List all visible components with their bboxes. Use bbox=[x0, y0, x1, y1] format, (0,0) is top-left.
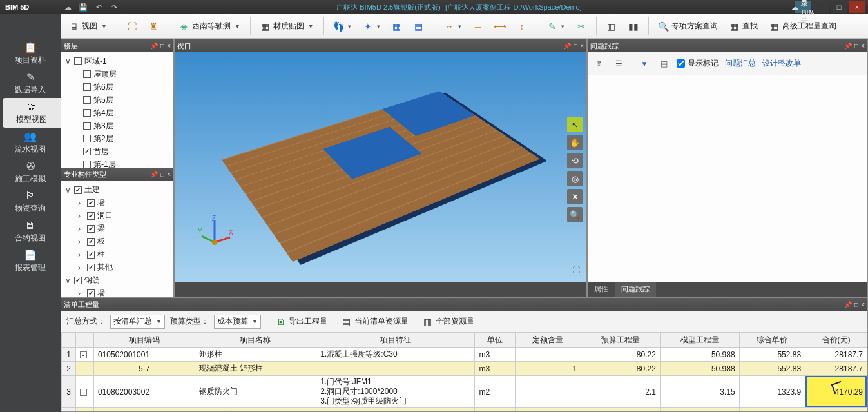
save-icon[interactable]: 💾 bbox=[77, 1, 89, 13]
floor-item[interactable]: 第5层 bbox=[83, 93, 169, 106]
floor-checkbox[interactable] bbox=[83, 83, 91, 91]
tree-expand-icon[interactable]: › bbox=[78, 250, 84, 259]
maximize-icon[interactable]: □ bbox=[160, 171, 164, 178]
component-item[interactable]: ›墙 bbox=[78, 287, 169, 297]
tree-expand-icon[interactable]: › bbox=[78, 263, 84, 272]
issue-tab[interactable]: 问题跟踪 bbox=[615, 282, 656, 297]
measure-3[interactable]: ⟷ bbox=[490, 19, 510, 34]
col-header[interactable]: 项目特征 bbox=[316, 333, 475, 348]
component-item[interactable]: ›梁 bbox=[78, 222, 169, 235]
minimize-button[interactable]: — bbox=[813, 1, 829, 13]
tree-root-label[interactable]: 区域-1 bbox=[84, 56, 107, 67]
brush-1[interactable]: ✎▾ bbox=[543, 19, 569, 34]
item-checkbox[interactable] bbox=[87, 212, 95, 220]
total-cell-highlight[interactable]: 4170.29 bbox=[805, 376, 867, 408]
qty-table-wrap[interactable]: 项目编码项目名称项目特征单位定额含量预算工程量模型工程量综合单价合价(元) 1-… bbox=[61, 333, 867, 411]
group-checkbox[interactable] bbox=[74, 186, 82, 194]
summary-mode-combo[interactable]: 按清单汇总▼ bbox=[110, 315, 165, 329]
layers-button[interactable]: ▤ bbox=[409, 19, 429, 34]
pin-icon[interactable]: 📌 bbox=[844, 301, 852, 308]
tree-checkbox[interactable] bbox=[74, 57, 82, 65]
walk-button[interactable]: 👣▾ bbox=[329, 19, 356, 34]
crane-button[interactable]: ♜ bbox=[144, 19, 164, 34]
show-marker-checkbox[interactable]: 显示标记 bbox=[677, 58, 719, 69]
pan-tool-icon[interactable]: ✋ bbox=[567, 135, 583, 150]
table-row[interactable]: 1-010502001001矩形柱1.混凝土强度等级:C30m380.2250.… bbox=[62, 348, 867, 362]
close-panel-icon[interactable]: × bbox=[861, 43, 865, 50]
col-header[interactable]: 定额含量 bbox=[515, 333, 581, 348]
axis-gizmo[interactable]: X Y Z bbox=[197, 215, 233, 248]
maximize-icon[interactable]: □ bbox=[854, 301, 858, 308]
tree-collapse-icon[interactable]: ∨ bbox=[65, 57, 72, 66]
design-change-link[interactable]: 设计整改单 bbox=[762, 58, 801, 69]
item-checkbox[interactable] bbox=[87, 225, 95, 233]
budget-type-combo[interactable]: 成本预算▼ bbox=[214, 315, 261, 329]
tree-expand-icon[interactable]: › bbox=[78, 199, 84, 208]
col-header[interactable]: 项目编码 bbox=[94, 333, 195, 348]
expand-cell[interactable]: - bbox=[76, 348, 94, 362]
component-item[interactable]: ›其他 bbox=[78, 261, 169, 274]
undo-icon[interactable]: ↶ bbox=[93, 1, 104, 13]
export-qty-button[interactable]: 🗎导出工程量 bbox=[271, 313, 332, 329]
item-checkbox[interactable] bbox=[87, 289, 95, 297]
new-doc-icon[interactable]: 🗎 bbox=[593, 56, 606, 72]
nav-流水视图[interactable]: 👥流水视图 bbox=[0, 128, 61, 157]
close-panel-icon[interactable]: × bbox=[167, 43, 171, 50]
axis-view-dropdown[interactable]: ◈西南等轴测▼ bbox=[175, 18, 245, 34]
special-query-button[interactable]: 🔍专项方案查询 bbox=[654, 18, 722, 34]
pin-icon[interactable]: 📌 bbox=[563, 43, 571, 50]
tree-toggle-icon[interactable]: ∨ bbox=[65, 186, 72, 195]
zoom-tool-icon[interactable]: ◎ bbox=[567, 171, 583, 186]
floor-checkbox[interactable] bbox=[83, 109, 91, 117]
group-checkbox[interactable] bbox=[74, 277, 82, 284]
floor-item[interactable]: 第6层 bbox=[83, 81, 169, 93]
nav-项目资料[interactable]: 📋项目资料 bbox=[0, 39, 61, 68]
item-checkbox[interactable] bbox=[87, 264, 95, 271]
floor-checkbox[interactable] bbox=[83, 135, 91, 142]
close-button[interactable]: × bbox=[849, 1, 865, 13]
close-panel-icon[interactable]: × bbox=[861, 301, 865, 308]
zoom-extents-button[interactable]: ⛶ bbox=[122, 19, 142, 34]
measure-4[interactable]: ↕ bbox=[512, 19, 532, 34]
tree-toggle-icon[interactable]: ∨ bbox=[65, 276, 72, 285]
component-item[interactable]: ›柱 bbox=[78, 248, 169, 261]
col-header[interactable]: 综合单价 bbox=[739, 333, 805, 348]
section-button[interactable]: ▥ bbox=[602, 19, 621, 34]
notes-icon[interactable]: ▤ bbox=[657, 56, 670, 72]
close-panel-icon[interactable]: × bbox=[167, 171, 171, 178]
tree-expand-icon[interactable]: › bbox=[78, 224, 84, 233]
nav-施工模拟[interactable]: ✇施工模拟 bbox=[0, 157, 61, 187]
col-header[interactable]: 预算工程量 bbox=[581, 333, 661, 348]
component-item[interactable]: ›洞口 bbox=[78, 210, 169, 222]
material-map-button[interactable]: ▦材质贴图▼ bbox=[256, 18, 318, 34]
col-header[interactable]: 模型工程量 bbox=[660, 333, 739, 348]
floor-item[interactable]: 第-1层 bbox=[83, 158, 169, 168]
select-tool-icon[interactable]: ↖ bbox=[567, 117, 583, 132]
current-resource-button[interactable]: ▤当前清单资源量 bbox=[337, 313, 413, 329]
orbit-tool-icon[interactable]: ⟲ bbox=[567, 153, 583, 168]
tree-expand-icon[interactable]: › bbox=[78, 237, 84, 246]
view-button[interactable]: 🖥视图▼ bbox=[64, 18, 111, 34]
adv-qty-button[interactable]: ▦高级工程量查询 bbox=[765, 18, 841, 34]
floor-checkbox[interactable] bbox=[83, 70, 91, 78]
person-button[interactable]: ✦▾ bbox=[358, 19, 385, 34]
floor-item[interactable]: 第3层 bbox=[83, 119, 169, 132]
measure-2[interactable]: ═ bbox=[468, 19, 488, 34]
table-row[interactable]: 3-010802003002钢质防火门1.门代号:JFM12.洞口尺寸:1000… bbox=[62, 376, 867, 408]
component-item[interactable]: ›板 bbox=[78, 235, 169, 248]
col-header[interactable]: 单位 bbox=[475, 333, 515, 348]
all-resource-button[interactable]: ▥全部资源量 bbox=[418, 313, 479, 329]
grid-button[interactable]: ▦ bbox=[387, 19, 407, 34]
tree-expand-icon[interactable]: › bbox=[78, 289, 84, 297]
floor-item[interactable]: 第2层 bbox=[83, 132, 169, 145]
floor-item[interactable]: 首层 bbox=[83, 145, 169, 158]
pin-icon[interactable]: 📌 bbox=[844, 43, 852, 50]
col-header[interactable]: 项目名称 bbox=[195, 333, 316, 348]
maximize-icon[interactable]: □ bbox=[160, 43, 164, 50]
nav-模型视图[interactable]: 🗂模型视图 bbox=[3, 98, 61, 128]
nav-报表管理[interactable]: 📄报表管理 bbox=[0, 246, 61, 276]
column-button[interactable]: ▮▮ bbox=[624, 19, 643, 34]
col-header[interactable]: 合价(元) bbox=[805, 333, 867, 348]
tree-expand-icon[interactable]: › bbox=[78, 211, 84, 221]
floor-item[interactable]: 第4层 bbox=[83, 106, 169, 119]
